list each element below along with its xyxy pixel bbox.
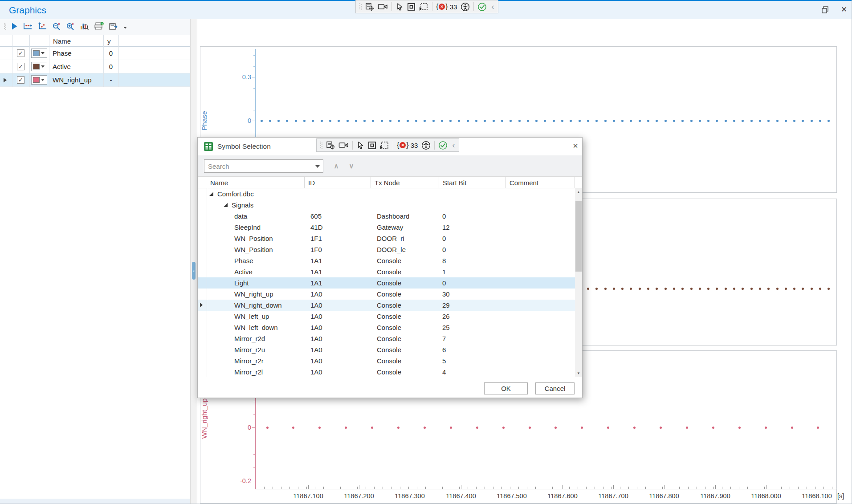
symbol-row-Mirror_r2u[interactable]: Mirror_r2u1A0Console6: [198, 344, 575, 355]
check-icon[interactable]: [438, 141, 448, 150]
select-box-icon[interactable]: [407, 3, 416, 11]
active-data-point: [811, 288, 813, 290]
fit-y-icon[interactable]: [37, 22, 47, 32]
signal-visible-checkbox[interactable]: ✓: [17, 63, 24, 70]
symbol-row-WN_Position[interactable]: WN_Position1F1DOOR_ri0: [198, 233, 575, 244]
accessibility-icon[interactable]: [461, 2, 470, 12]
symbol-row-Phase[interactable]: Phase1A1Console8: [198, 255, 575, 266]
measurement-setup-icon[interactable]: [365, 2, 374, 11]
scroll-up-icon[interactable]: ▲: [575, 188, 582, 195]
column-header-tx-node[interactable]: Tx Node: [371, 177, 439, 188]
signal-color-dropdown[interactable]: [31, 75, 47, 85]
symbol-row-SleepInd[interactable]: SleepInd41DGateway12: [198, 222, 575, 233]
active-data-point: [613, 288, 615, 290]
signal-row-WN_right_up[interactable]: ✓WN_right_up-: [0, 73, 190, 87]
print-icon[interactable]: ?: [94, 22, 104, 33]
chevron-down-icon: [41, 79, 45, 81]
panel-splitter[interactable]: ‹: [190, 19, 197, 504]
cancel-button[interactable]: Cancel: [535, 382, 575, 394]
scrollbar-thumb[interactable]: [575, 201, 582, 272]
symbol-name: Mirror_r2d: [234, 335, 265, 342]
symbol-row-WN_left_down[interactable]: WN_left_down1A0Console25: [198, 322, 575, 333]
select-box-icon[interactable]: [368, 141, 376, 150]
error-counter-icon[interactable]: {✕}33: [397, 141, 418, 149]
select-cursor-icon[interactable]: [395, 3, 404, 11]
find-previous-button[interactable]: ∧: [330, 160, 343, 172]
search-dropdown-caret-icon[interactable]: [315, 165, 320, 168]
wn-ytick-label: -0.2: [226, 477, 251, 484]
zoom-out-icon[interactable]: x: [52, 22, 61, 33]
measurement-setup-icon[interactable]: [326, 141, 335, 150]
column-header[interactable]: [12, 35, 29, 47]
vertical-scrollbar[interactable]: ▲ ▼: [575, 188, 582, 377]
x-tick-label: 11867.400: [439, 492, 483, 500]
select-cursor-icon[interactable]: [356, 141, 364, 150]
symbol-row-data[interactable]: data605Dashboard0: [198, 211, 575, 222]
column-header-y[interactable]: y: [103, 35, 118, 47]
x-minor-tick: [739, 487, 739, 489]
signal-color-dropdown[interactable]: [31, 49, 47, 58]
caret-down-icon[interactable]: [123, 23, 127, 31]
signal-color-dropdown[interactable]: [31, 62, 47, 71]
find-next-button[interactable]: ∨: [345, 160, 358, 172]
column-header-name[interactable]: Name: [207, 177, 305, 188]
ok-button[interactable]: OK: [484, 382, 528, 394]
scroll-down-icon[interactable]: ▼: [575, 370, 582, 377]
select-area-icon[interactable]: [419, 3, 428, 11]
camera-icon[interactable]: [338, 141, 349, 149]
signal-visible-checkbox[interactable]: ✓: [17, 76, 24, 84]
phase-data-point: [338, 120, 340, 122]
x-minor-tick: [611, 487, 612, 489]
symbol-row-WN_Position[interactable]: WN_Position1F0DOOR_le0: [198, 244, 575, 255]
export-icon[interactable]: [109, 22, 118, 33]
chevron-left-icon[interactable]: ‹: [490, 2, 495, 12]
column-header-name[interactable]: Name: [49, 35, 103, 47]
signal-visible-checkbox[interactable]: ✓: [17, 49, 24, 57]
column-header-id[interactable]: ID: [305, 177, 371, 188]
tree-collapse-icon[interactable]: [209, 192, 213, 196]
column-header-start-bit[interactable]: Start Bit: [439, 177, 506, 188]
x-tick-label: 11867.100: [286, 492, 330, 500]
signal-row-Active[interactable]: ✓Active0: [0, 60, 190, 73]
symbol-row-Mirror_r2d[interactable]: Mirror_r2d1A0Console7: [198, 333, 575, 344]
select-area-icon[interactable]: [380, 141, 389, 150]
zoom-in-icon[interactable]: x: [66, 22, 75, 33]
search-input[interactable]: [208, 162, 308, 171]
column-header[interactable]: [118, 35, 190, 47]
symbol-row-Light[interactable]: Light1A1Console0: [198, 277, 575, 289]
symbol-row-WN_right_down[interactable]: WN_right_down1A0Console29: [198, 300, 575, 311]
fit-x-icon[interactable]: [23, 22, 33, 32]
dialog-close-icon[interactable]: ✕: [571, 142, 580, 150]
phase-data-point: [595, 120, 598, 122]
column-header[interactable]: [29, 35, 49, 47]
camera-icon[interactable]: [378, 3, 388, 11]
accessibility-icon[interactable]: [421, 141, 431, 150]
tree-group-Signals[interactable]: Signals: [198, 199, 575, 211]
play-icon[interactable]: [11, 22, 18, 32]
symbol-row-Active[interactable]: Active1A1Console1: [198, 266, 575, 277]
search-combobox[interactable]: [204, 159, 323, 173]
chevron-left-icon[interactable]: ‹: [451, 141, 456, 150]
phase-data-point: [321, 120, 323, 122]
phase-y-tick: [253, 55, 255, 56]
column-header-comment[interactable]: Comment: [506, 177, 575, 188]
signal-row-Phase[interactable]: ✓Phase0: [0, 47, 190, 60]
splitter-collapse-handle[interactable]: ‹: [192, 262, 196, 280]
symbol-row-Mirror_r2r[interactable]: Mirror_r2r1A0Console5: [198, 355, 575, 366]
horizontal-scrollbar-track[interactable]: [0, 499, 190, 504]
phase-y-tick: [253, 110, 255, 110]
find-chart-icon[interactable]: [80, 22, 89, 33]
symbol-row-WN_left_up[interactable]: WN_left_up1A0Console26: [198, 311, 575, 322]
symbol-name: Mirror_r2l: [234, 368, 263, 376]
symbol-start-bit: 25: [442, 324, 450, 331]
close-window-icon[interactable]: ✕: [839, 5, 849, 14]
tree-collapse-icon[interactable]: [224, 203, 228, 207]
phase-data-point: [432, 120, 435, 122]
tree-group-Comfort.dbc[interactable]: Comfort.dbc: [198, 188, 575, 199]
restore-window-icon[interactable]: [822, 6, 832, 15]
symbol-row-Mirror_r2l[interactable]: Mirror_r2l1A0Console4: [198, 366, 575, 377]
symbol-row-WN_right_up[interactable]: WN_right_up1A0Console30: [198, 289, 575, 300]
check-icon[interactable]: [477, 2, 487, 12]
phase-ytick-label: 0: [226, 117, 251, 124]
error-counter-icon[interactable]: {✕}33: [436, 3, 457, 11]
